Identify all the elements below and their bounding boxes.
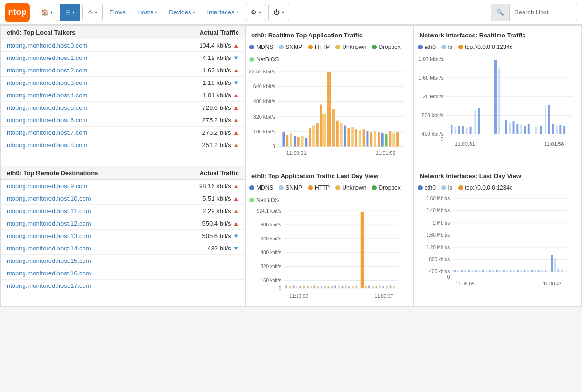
svg-rect-71 <box>524 126 526 134</box>
traffic-value: 1.01 kbit/s ▲ <box>157 89 245 102</box>
legend-label: MDNS <box>256 44 273 50</box>
svg-text:640 kbit/s: 640 kbit/s <box>253 83 275 89</box>
svg-rect-32 <box>359 130 361 146</box>
host-link[interactable]: ntopng.monitored.host.1.com <box>7 54 87 61</box>
main-grid: eth0: Top Local Talkers Actual Traffic n… <box>0 25 582 307</box>
svg-rect-164 <box>513 270 515 272</box>
legend-dot <box>335 185 340 190</box>
host-link[interactable]: ntopng.monitored.host.16.com <box>7 270 91 277</box>
svg-rect-62 <box>465 128 467 134</box>
svg-rect-56 <box>494 60 497 134</box>
last-day-network-chart-title: Network Interfaces: Last Day View <box>418 170 578 181</box>
realtime-app-legend: MDNSSNMPHTTPUnknownDropboxNetBIOS <box>249 44 409 63</box>
svg-rect-19 <box>297 137 300 147</box>
power-button[interactable]: ⏻ ▾ <box>268 4 289 21</box>
traffic-value: 104.4 kbit/s ▲ <box>157 39 245 52</box>
interfaces-button[interactable]: Interfaces ▾ <box>202 4 243 21</box>
svg-rect-36 <box>374 131 376 146</box>
alerts-button[interactable]: ⚠ ▾ <box>82 4 103 21</box>
legend-label: Dropbox <box>379 44 400 50</box>
svg-rect-121 <box>372 286 374 288</box>
svg-rect-31 <box>355 129 357 146</box>
host-link[interactable]: ntopng.monitored.host.15.com <box>7 257 91 264</box>
host-link[interactable]: ntopng.monitored.host.7.com <box>7 129 87 136</box>
last-day-app-chart-area: 924.1 kbit/s 800 kbit/s 640 kbit/s 480 k… <box>249 206 409 302</box>
power-chevron: ▾ <box>282 10 284 15</box>
svg-rect-173 <box>545 270 546 272</box>
svg-text:1.87 Mbit/s: 1.87 Mbit/s <box>418 56 444 62</box>
host-link[interactable]: ntopng.monitored.host.6.com <box>7 117 87 124</box>
svg-rect-115 <box>345 285 347 288</box>
svg-rect-172 <box>541 270 543 272</box>
devices-label: Devices <box>169 9 191 16</box>
svg-rect-111 <box>331 286 333 288</box>
svg-rect-149 <box>461 270 463 272</box>
host-link[interactable]: ntopng.monitored.host.17.com <box>7 282 91 289</box>
svg-rect-112 <box>334 285 336 288</box>
realtime-network-chart-area: 1.87 Mbit/s 1.60 Mbit/s 1.20 Mbit/s 800 … <box>418 53 578 149</box>
legend-label: tcp://0.0.0.0:1234c <box>465 184 512 191</box>
host-link[interactable]: ntopng.monitored.host.8.com <box>7 142 87 149</box>
svg-text:11:10:00: 11:10:00 <box>289 294 308 299</box>
legend-item: HTTP <box>308 44 330 50</box>
hosts-button[interactable]: Hosts ▾ <box>132 4 162 21</box>
svg-rect-16 <box>286 135 288 146</box>
svg-rect-29 <box>347 128 350 146</box>
svg-text:400 kbit/s: 400 kbit/s <box>429 269 450 274</box>
dashboard-chevron: ▾ <box>72 10 75 15</box>
host-link[interactable]: ntopng.monitored.host.12.com <box>7 220 91 227</box>
arrow-down-icon: ▼ <box>233 54 239 61</box>
dashboard-button[interactable]: ⊞ ▾ <box>60 4 80 21</box>
svg-text:11:01:58: 11:01:58 <box>376 150 396 156</box>
svg-rect-97 <box>361 212 364 288</box>
svg-rect-79 <box>559 125 561 134</box>
svg-text:800 kbit/s: 800 kbit/s <box>429 257 450 262</box>
hosts-label: Hosts <box>137 9 153 16</box>
flows-button[interactable]: Flows <box>105 4 131 21</box>
search-submit-button[interactable]: 🔍 <box>491 4 510 21</box>
host-link[interactable]: ntopng.monitored.host.10.com <box>7 195 91 202</box>
svg-text:320 kbit/s: 320 kbit/s <box>261 264 281 269</box>
host-link[interactable]: ntopng.monitored.host.5.com <box>7 104 87 111</box>
search-input[interactable] <box>510 6 577 19</box>
svg-rect-24 <box>316 123 319 147</box>
arrow-up-icon: ▲ <box>233 67 239 74</box>
host-link[interactable]: ntopng.monitored.host.0.com <box>7 42 87 49</box>
settings-button[interactable]: ⚙ ▾ <box>246 4 266 21</box>
traffic-value: 729.6 bit/s ▲ <box>157 102 245 114</box>
host-link[interactable]: ntopng.monitored.host.11.com <box>7 207 91 214</box>
svg-rect-175 <box>561 269 563 272</box>
host-link[interactable]: ntopng.monitored.host.3.com <box>7 79 87 86</box>
svg-rect-166 <box>520 270 522 272</box>
svg-rect-160 <box>499 270 501 272</box>
svg-rect-101 <box>296 286 298 288</box>
svg-rect-20 <box>301 136 304 146</box>
legend-label: HTTP <box>315 184 330 191</box>
arrow-up-icon: ▲ <box>233 207 239 214</box>
ntop-logo[interactable]: ntop <box>5 3 30 22</box>
svg-rect-110 <box>328 286 330 288</box>
host-link[interactable]: ntopng.monitored.host.14.com <box>7 245 91 252</box>
settings-chevron: ▾ <box>259 10 261 15</box>
host-link[interactable]: ntopng.monitored.host.2.com <box>7 67 87 74</box>
svg-rect-72 <box>527 124 529 134</box>
table-row: ntopng.monitored.host.1.com4.19 kbit/s ▼ <box>1 52 245 64</box>
legend-label: Dropbox <box>379 184 400 191</box>
last-day-network-legend: eth0lotcp://0.0.0.0:1234c <box>418 184 578 191</box>
host-link[interactable]: ntopng.monitored.host.4.com <box>7 92 87 99</box>
svg-rect-68 <box>512 121 514 134</box>
host-link[interactable]: ntopng.monitored.host.9.com <box>7 182 87 190</box>
legend-item: eth0 <box>418 184 436 191</box>
traffic-value: 505.6 bit/s ▼ <box>164 230 245 242</box>
traffic-value: 98.16 kbit/s ▲ <box>164 180 245 192</box>
traffic-value: 251.2 bit/s ▲ <box>157 139 245 152</box>
devices-button[interactable]: Devices ▾ <box>164 4 200 21</box>
home-button[interactable]: 🏠 ▾ <box>36 4 58 21</box>
legend-dot <box>279 45 284 49</box>
host-link[interactable]: ntopng.monitored.host.13.com <box>7 232 91 239</box>
arrow-up-icon: ▲ <box>233 42 239 49</box>
legend-dot <box>372 185 377 190</box>
traffic-value: 432 bit/s ▼ <box>164 242 245 255</box>
legend-item: SNMP <box>279 44 302 50</box>
legend-label: Unknown <box>342 44 366 50</box>
